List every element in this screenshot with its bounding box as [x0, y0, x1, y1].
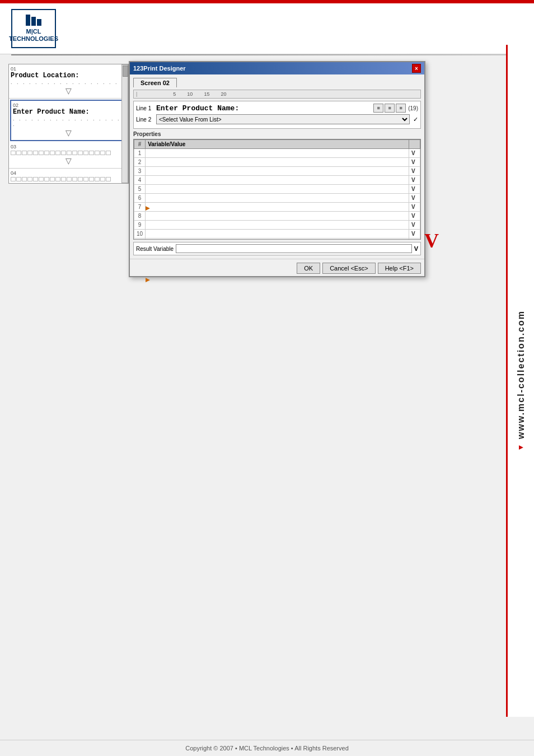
- dialog-close-button[interactable]: ×: [412, 64, 421, 73]
- line1-btn1[interactable]: ≡: [373, 104, 383, 113]
- logo: M|CLTECHNOLOGIES: [11, 9, 56, 48]
- tab-bar: Screen 02: [133, 78, 421, 87]
- arrow-bullet-2: ▸: [146, 275, 149, 284]
- footer-text: Copyright © 2007 • MCL Technologies • Al…: [185, 745, 349, 752]
- line1-row: Line 1 Enter Product Name: ≡ ≡ ≡ (19): [136, 104, 418, 113]
- logo-bar3: [37, 19, 41, 26]
- screen-dots-02: . . . . . . . . . . . . . . . . . . .: [13, 116, 124, 127]
- col-header-val: Variable/Value: [146, 140, 409, 149]
- line2-row: Line 2 <Select Value From List> ✓: [136, 114, 418, 124]
- line1-btn2[interactable]: ≡: [385, 104, 395, 113]
- ruler: | 5 10 15 20: [133, 90, 421, 99]
- table-row: 4V: [134, 176, 420, 185]
- screen-id-04: 04: [11, 170, 127, 176]
- screen-arrow-03: ▽: [11, 156, 127, 165]
- screen-id-02: 02: [13, 102, 124, 108]
- screen-arrow-01: ▽: [11, 86, 127, 95]
- dialog-titlebar: 123Print Designer ×: [130, 62, 424, 74]
- tab-screen02[interactable]: Screen 02: [133, 78, 177, 87]
- line2-check: ✓: [413, 116, 418, 123]
- right-sidebar: www.mcl-collection.com ▸: [506, 45, 534, 717]
- line1-toolbar: ≡ ≡ ≡: [373, 104, 406, 113]
- screen-preview: 01 Product Location: . . . . . . . . . .…: [8, 64, 129, 184]
- properties-label: Properties: [133, 131, 421, 137]
- logo-bar2: [31, 17, 36, 26]
- screen-id-01: 01: [11, 66, 127, 72]
- footer: Copyright © 2007 • MCL Technologies • Al…: [0, 740, 534, 756]
- screen-dots-01: . . . . . . . . . . . . . . . . . . .: [11, 80, 127, 85]
- logo-bar1: [26, 15, 30, 26]
- arrow-row-2: ▸: [146, 275, 495, 284]
- below-dialog-area: ▸ V ▸: [0, 192, 534, 295]
- line1-config: Line 1 Enter Product Name: ≡ ≡ ≡ (19) Li…: [133, 101, 421, 129]
- big-v-row: V: [11, 229, 439, 253]
- line1-label: Line 1: [136, 105, 154, 111]
- table-row: 1V: [134, 149, 420, 158]
- line2-label: Line 2: [136, 116, 154, 123]
- col-header-num: #: [134, 140, 146, 149]
- dialog-title: 123Print Designer: [133, 65, 186, 72]
- sidebar-text: www.mcl-collection.com: [516, 310, 526, 439]
- big-v: V: [424, 229, 439, 253]
- table-row: 2V: [134, 158, 420, 167]
- sidebar-icon: ▸: [519, 442, 523, 451]
- screen-id-03: 03: [11, 144, 127, 150]
- arrow-bullet-1: ▸: [146, 203, 149, 212]
- logo-icon: [26, 15, 41, 26]
- col-header-check: [409, 140, 420, 149]
- header: M|CLTECHNOLOGIES: [0, 3, 534, 54]
- scrollbar[interactable]: [121, 64, 128, 183]
- line2-select[interactable]: <Select Value From List>: [156, 114, 410, 124]
- line1-counter: (19): [408, 105, 418, 111]
- screen-grid-04: [11, 177, 127, 181]
- screen-arrow-02: ▽: [13, 128, 124, 137]
- line1-btn3[interactable]: ≡: [396, 104, 406, 113]
- logo-text: M|CLTECHNOLOGIES: [9, 28, 58, 43]
- screen-text-01: Product Location:: [11, 72, 127, 80]
- arrow-row-1: ▸: [146, 203, 495, 212]
- screen-text-02: Enter Product Name:: [13, 108, 124, 116]
- table-row: 3V: [134, 167, 420, 176]
- screen-grid-03: [11, 151, 127, 155]
- line1-text: Enter Product Name:: [156, 104, 371, 113]
